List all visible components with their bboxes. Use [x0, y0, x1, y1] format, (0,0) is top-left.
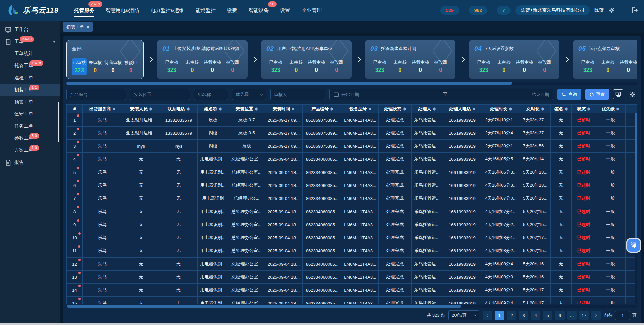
fullscreen-icon[interactable] [620, 7, 627, 14]
table-row[interactable]: 9乐鸟无无用电器识别...总经理办公室...2025-09-04 18...86… [67, 218, 637, 231]
page-button-4[interactable]: 4 [531, 311, 540, 320]
alarm-counter-1[interactable]: 962 [469, 6, 487, 15]
nav-menu-item-5[interactable]: 智能设备50 [249, 0, 269, 21]
nav-menu-item-2[interactable]: 电力监控&运维 [151, 0, 184, 21]
table-row[interactable]: 6乐鸟无无用电器识别...总经理办公室...2025-09-04 18...86… [67, 179, 637, 192]
column-header-产品编号[interactable]: 产品编号 [303, 105, 342, 113]
stat-待我审核[interactable]: 待我审核0 [307, 58, 326, 75]
table-row[interactable]: 12乐鸟无无用电器识别...总经理办公室...2025-09-04 18...8… [67, 258, 637, 271]
stat-card-all[interactable]: 全部已审核323未审核0待我审核0被驳回0 [66, 40, 144, 79]
table-row[interactable]: 11乐鸟无无用电器识别...总经理办公室...2025-09-04 18...8… [67, 244, 637, 258]
sidebar-item-值守工单[interactable]: 值守工单 [0, 108, 60, 120]
logo-icon[interactable] [5, 3, 20, 18]
date-range-picker[interactable]: 至 [329, 89, 553, 100]
column-header-处理状态[interactable]: 处理状态 [378, 105, 411, 113]
stat-已审核[interactable]: 已审核323 [474, 58, 493, 75]
stat-card-02[interactable]: 02用户:下载,注册APP,分享单位已审核323未审核0待我审核0被驳回0 [261, 40, 352, 79]
column-header-签名[interactable]: 签名 [551, 105, 572, 113]
stat-未审核[interactable]: 未审核0 [287, 58, 306, 75]
table-row[interactable]: 2乐鸟亚太银河运维...13381033579四楼展板-0-52025-09-1… [67, 127, 637, 140]
stat-已审核[interactable]: 已审核323 [266, 58, 285, 75]
table-vscroll-thumb[interactable] [635, 113, 637, 243]
sidebar-item-初装工单[interactable]: 初装工单1-1 [0, 84, 60, 96]
card-scroll-arrow[interactable] [248, 58, 261, 61]
stat-未审核[interactable]: 未审核0 [495, 58, 514, 75]
stat-待我审核[interactable]: 待我审核0 [619, 58, 637, 75]
alarm-counter-0[interactable]: 529 [440, 6, 459, 15]
stat-已审核[interactable]: 已审核323 [578, 58, 597, 75]
tab-close-icon[interactable]: × [87, 25, 89, 29]
card-scroll-arrow[interactable] [144, 58, 157, 61]
sidebar-item-工作台[interactable]: 工作台 [0, 24, 60, 36]
table-row[interactable]: 3乐鸟lnyslnys四楼展板2025-09-17 09...861869075… [67, 140, 637, 153]
stat-card-05[interactable]: 05运营点领导审核已审核323未审核0待我审核0被驳回0 [573, 40, 637, 79]
page-size-select[interactable]: 20条/页 [448, 310, 479, 320]
install-position-input[interactable] [130, 89, 190, 100]
stat-被驳回[interactable]: 被驳回0 [223, 58, 243, 75]
column-header-安装时间[interactable]: 安装时间 [265, 105, 302, 113]
card-scroll-arrow[interactable] [352, 58, 365, 61]
bottom-scrollbar-strip[interactable] [0, 323, 644, 325]
sidebar-item-工单[interactable]: 工单23-19 [0, 36, 60, 48]
translate-button[interactable]: 译 [627, 239, 640, 252]
gear-icon[interactable] [608, 7, 615, 14]
nav-menu-item-3[interactable]: 能耗监控 [196, 0, 216, 21]
column-header-处理人[interactable]: 处理人 [411, 105, 442, 113]
table-row[interactable]: 15乐鸟无无用电器识别...总经理办公室...2025-09-04 18...8… [67, 297, 637, 304]
nav-menu-item-4[interactable]: 缴费 [227, 0, 237, 21]
stat-待我审核[interactable]: 待我审核0 [515, 58, 534, 75]
stat-已审核[interactable]: 已审核323 [370, 58, 389, 75]
logout-icon[interactable] [631, 7, 638, 14]
stat-已审核[interactable]: 已审核323 [162, 58, 181, 75]
table-row[interactable]: 5乐鸟无无用电器识别...总经理办公室...2025-09-04 18...86… [67, 166, 637, 179]
column-settings-icon[interactable] [627, 89, 637, 99]
page-button-17[interactable]: 17 [579, 311, 589, 320]
stat-待我审核[interactable]: 待我审核0 [411, 58, 430, 75]
card-scroll-arrow[interactable] [455, 58, 469, 61]
reviewer-input[interactable] [270, 89, 325, 100]
table-scrollbar-thumb[interactable] [67, 305, 461, 308]
sidebar-item-报告[interactable]: 报告 [0, 156, 60, 169]
table-row[interactable]: 4乐鸟无无用电器识别...总经理办公室...2025-09-04 18...86… [67, 153, 637, 166]
stat-未审核[interactable]: 未审核0 [88, 58, 102, 75]
page-button-1[interactable]: 1 [495, 311, 504, 320]
nav-menu-item-6[interactable]: 设置 [280, 0, 290, 21]
sidebar-item-参数工单[interactable]: 参数工单3-0 [0, 132, 60, 144]
company-selector[interactable]: 陈贺>新北京乐鸟科技有限公司 [515, 5, 590, 15]
column-header-出货服务商[interactable]: 出货服务商 [83, 105, 122, 113]
end-date-input[interactable] [450, 92, 549, 97]
page-ellipsis[interactable]: … [567, 311, 577, 320]
column-header-安装位置[interactable]: 安装位置 [228, 105, 265, 113]
table-row[interactable]: 1乐鸟亚太银河运维...13381033579展板展板-0-72025-09-1… [67, 113, 637, 127]
sidebar-item-工单统计[interactable]: 工单统计 [0, 48, 60, 60]
priority-select[interactable]: 优先级 [232, 89, 266, 100]
group-name-input[interactable] [194, 89, 228, 100]
column-header-联系电话[interactable]: 联系电话 [160, 105, 197, 113]
sidebar-item-任务工单[interactable]: 任务工单 [0, 120, 60, 132]
column-header-设备型号[interactable]: 设备型号 [342, 105, 378, 113]
column-header-优先级[interactable]: 优先级 [596, 105, 625, 113]
table-row[interactable]: 13乐鸟无无用电器识别...总经理办公室...2025-09-04 18...8… [67, 271, 637, 284]
next-page-button[interactable]: › [591, 311, 601, 320]
table-row[interactable]: 10乐鸟无无用电器识别...总经理办公室...2025-09-04 18...8… [67, 231, 637, 244]
column-header-状态[interactable]: 状态 [572, 105, 596, 113]
search-button[interactable]: 查询 [557, 89, 581, 100]
column-header-组名称[interactable]: 组名称 [198, 105, 228, 113]
stat-被驳回[interactable]: 被驳回0 [327, 58, 346, 75]
nav-menu-item-1[interactable]: 智慧用电&消防 [106, 0, 139, 21]
stat-未审核[interactable]: 未审核0 [391, 58, 410, 75]
sidebar-item-预警工单[interactable]: 预警工单 [0, 96, 60, 108]
column-header-处理人电话[interactable]: 处理人电话 [442, 105, 482, 113]
goto-page-input[interactable] [615, 311, 630, 320]
sidebar-item-方案工单[interactable]: 方案工单1-0 [0, 144, 60, 156]
prev-page-button[interactable]: ‹ [483, 311, 492, 320]
stat-被驳回[interactable]: 被驳回0 [124, 58, 138, 75]
alarm-counter-2[interactable]: 7 [497, 6, 511, 15]
product-no-input[interactable] [66, 89, 126, 100]
nav-menu-item-7[interactable]: 企业管理 [302, 0, 322, 21]
table-row[interactable]: 14乐鸟无无用电器识别...总经理办公室...2025-09-04 18...8… [67, 284, 637, 297]
page-button-2[interactable]: 2 [507, 311, 516, 320]
stat-card-01[interactable]: 01上传安装,归整,清除前后图片&视频已审核323未审核0待我审核0被驳回0 [157, 40, 248, 79]
card-scroll-arrow[interactable] [559, 58, 573, 61]
table-row[interactable]: 8乐鸟无无用电器识别...总经理办公室...2025-09-04 18...86… [67, 205, 637, 218]
